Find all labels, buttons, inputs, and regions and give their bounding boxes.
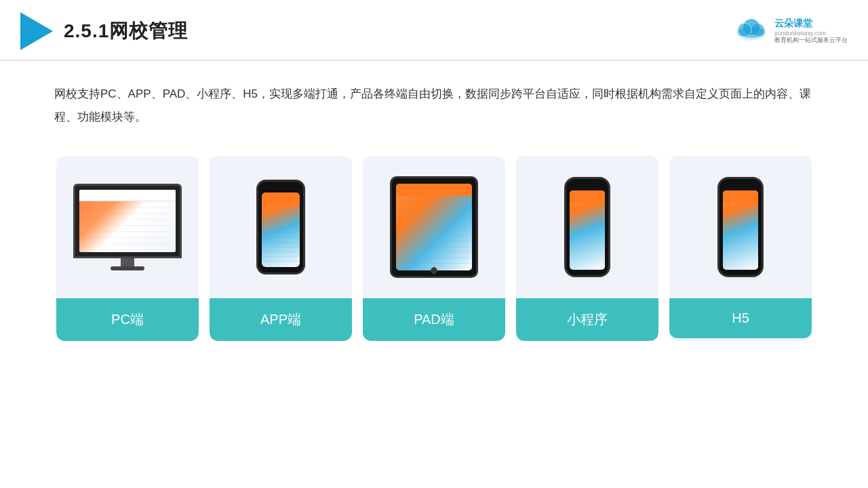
phone3-icon xyxy=(717,177,764,277)
card-pad-image xyxy=(363,156,505,298)
card-pc-label: PC端 xyxy=(56,298,199,341)
phone-icon xyxy=(256,180,305,274)
cloud-icon xyxy=(734,18,769,42)
card-miniapp-label: 小程序 xyxy=(516,298,658,341)
card-miniapp: 小程序 xyxy=(516,156,658,341)
header-left: 2.5.1网校管理 xyxy=(20,12,188,50)
brand-url: yunduoketang.com xyxy=(774,30,826,37)
description-text: 网校支持PC、APP、PAD、小程序、H5，实现多端打通，产品各终端自由切换，数… xyxy=(54,87,811,123)
brand-name: 云朵课堂 xyxy=(774,18,812,30)
card-pc: PC端 xyxy=(56,156,199,341)
monitor-icon xyxy=(70,184,185,270)
card-pc-image xyxy=(56,156,199,298)
card-h5-image xyxy=(669,156,812,298)
logo-triangle-icon xyxy=(20,12,53,50)
card-app: APP端 xyxy=(210,156,352,341)
brand-text: 云朵课堂 yunduoketang.com 教育机构一站式服务云平台 xyxy=(774,18,848,45)
cards-container: PC端 APP端 PAD端 小程序 xyxy=(0,136,868,341)
card-pad-label: PAD端 xyxy=(363,298,505,341)
description: 网校支持PC、APP、PAD、小程序、H5，实现多端打通，产品各终端自由切换，数… xyxy=(0,61,868,136)
page-title: 2.5.1网校管理 xyxy=(64,18,188,44)
card-app-label: APP端 xyxy=(210,298,352,341)
header: 2.5.1网校管理 云朵课堂 yunduoketang.com 教育机构一站式服… xyxy=(0,0,868,61)
card-h5-label: H5 xyxy=(669,298,812,338)
brand-logo: 云朵课堂 yunduoketang.com 教育机构一站式服务云平台 xyxy=(734,18,848,45)
phone2-icon xyxy=(564,177,610,277)
brand-tagline: 教育机构一站式服务云平台 xyxy=(774,37,848,45)
tablet-icon xyxy=(390,176,478,278)
card-pad: PAD端 xyxy=(363,156,505,341)
card-h5: H5 xyxy=(669,156,812,341)
card-miniapp-image xyxy=(516,156,658,298)
card-app-image xyxy=(210,156,352,298)
